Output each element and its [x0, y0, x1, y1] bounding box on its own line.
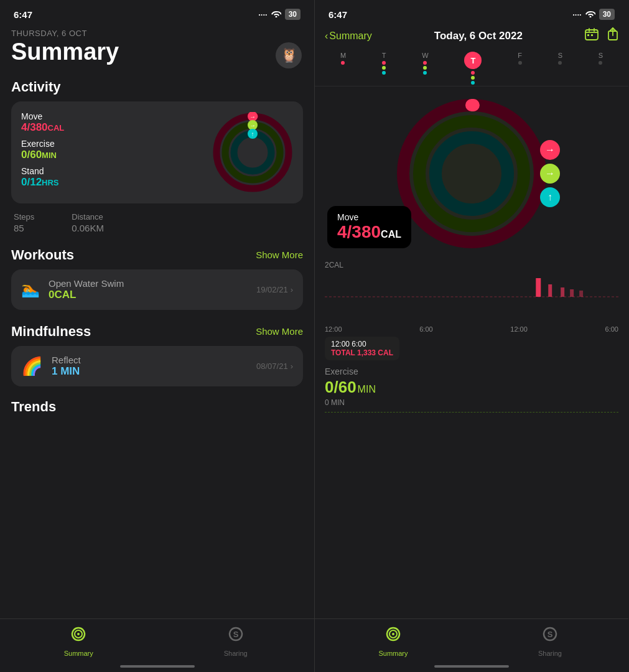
exercise-label: Exercise	[21, 139, 212, 149]
exercise-label-right: Exercise	[325, 366, 618, 376]
tab-sharing-label-right: Sharing	[538, 650, 562, 657]
workout-item[interactable]: 🏊 Open Water Swim 0CAL 19/02/21 ›	[11, 269, 303, 310]
week-day-sun[interactable]: S	[599, 52, 603, 85]
workouts-title: Workouts	[11, 247, 74, 263]
steps-block: Steps 85	[14, 212, 34, 233]
mindfulness-icon: 🌈	[21, 356, 43, 376]
tooltip-unit: CAL	[381, 229, 401, 240]
svg-text:↑: ↑	[251, 131, 254, 138]
steps-value: 85	[14, 223, 34, 233]
exercise-row: Exercise 0/60MIN	[21, 139, 212, 161]
page-title: Summary	[11, 39, 303, 65]
svg-text:S: S	[233, 630, 238, 639]
dot-ex-tue	[382, 66, 386, 70]
home-indicator-left	[120, 665, 195, 668]
trends-title: Trends	[11, 399, 56, 415]
summary-tab-icon	[70, 625, 87, 647]
totals-value: TOTAL 1,333 CAL	[331, 348, 393, 357]
svg-point-40	[392, 633, 394, 635]
calendar-icon[interactable]	[585, 28, 599, 44]
tab-summary-label-right: Summary	[378, 650, 408, 657]
move-tooltip: Move 4/380CAL	[327, 206, 411, 248]
nav-header: ‹ Summary Today, 6 Oct 2022	[315, 24, 628, 49]
back-label: Summary	[329, 30, 371, 42]
totals-time: 12:00 6:00	[331, 340, 393, 348]
tab-bar-left: Summary S Sharing	[0, 618, 314, 672]
tooltip-label: Move	[337, 212, 401, 222]
metrics-row: Steps 85 Distance 0.06KM	[11, 212, 303, 233]
mindfulness-date: 08/07/21 ›	[256, 362, 293, 371]
battery-right: 30	[599, 9, 615, 20]
tab-sharing-label-left: Sharing	[224, 650, 248, 657]
wifi-icon-right	[585, 10, 595, 19]
move-label: Move	[21, 111, 212, 121]
svg-rect-34	[548, 284, 552, 297]
chart-y-label: 2CAL	[325, 261, 618, 269]
status-bar-left: 6:47 ···· 30	[0, 0, 314, 24]
mindfulness-header: Mindfulness Show More	[11, 324, 303, 340]
signal-left: ····	[258, 10, 267, 19]
tab-summary-right[interactable]: Summary	[315, 625, 472, 657]
dot-stand-wed	[423, 71, 427, 75]
week-row: M T W T	[315, 49, 628, 86]
tab-sharing-left[interactable]: S Sharing	[157, 625, 315, 657]
left-panel: 6:47 ···· 30 THURSDAY, 6 OCT Summary 🦉 A…	[0, 0, 314, 672]
workout-icon: 🏊	[21, 281, 40, 298]
week-day-tue[interactable]: T	[382, 52, 386, 85]
distance-value: 0.06KM	[72, 223, 104, 233]
week-day-wed[interactable]: W	[422, 52, 428, 85]
steps-label: Steps	[14, 212, 34, 222]
svg-text:S: S	[547, 630, 553, 639]
share-icon[interactable]	[607, 27, 618, 44]
svg-rect-33	[536, 278, 541, 297]
time-left: 6:47	[14, 9, 32, 20]
workout-name: Open Water Swim	[49, 278, 124, 289]
exercise-value: 0/60MIN	[21, 149, 212, 161]
mindfulness-item[interactable]: 🌈 Reflect 1 MIN 08/07/21 ›	[11, 346, 303, 386]
dot-move-mon	[341, 61, 345, 65]
tab-sharing-right[interactable]: S Sharing	[472, 625, 628, 657]
svg-point-14	[77, 633, 80, 635]
workout-date: 19/02/21 ›	[256, 285, 293, 294]
totals-badge: 12:00 6:00 TOTAL 1,333 CAL	[325, 337, 399, 360]
week-day-sat[interactable]: S	[558, 52, 562, 85]
back-button[interactable]: ‹ Summary	[325, 30, 372, 42]
workouts-show-more[interactable]: Show More	[256, 250, 303, 260]
date-label: THURSDAY, 6 OCT	[11, 29, 303, 38]
today-circle: T	[464, 52, 482, 69]
chart-time-3: 12:00	[510, 325, 528, 333]
sharing-tab-icon-right: S	[541, 625, 559, 647]
home-indicator-right	[434, 665, 509, 668]
tooltip-value: 4/380	[337, 222, 381, 241]
stand-arrow: ↑	[540, 187, 560, 207]
week-day-thu[interactable]: T	[464, 52, 482, 85]
activity-section-header: Activity	[11, 79, 303, 95]
move-value: 4/380CAL	[21, 121, 212, 134]
exercise-dashed-line	[325, 412, 618, 413]
svg-rect-37	[579, 291, 583, 297]
tab-summary-left[interactable]: Summary	[0, 625, 157, 657]
wifi-icon-left	[271, 10, 281, 19]
battery-left: 30	[285, 9, 301, 20]
avatar[interactable]: 🦉	[276, 42, 302, 68]
workouts-header: Workouts Show More	[11, 247, 303, 263]
week-day-mon[interactable]: M	[340, 52, 346, 85]
dot-move-tue	[382, 61, 386, 65]
exercise-arrow: →	[540, 164, 560, 184]
svg-text:→: →	[249, 122, 256, 129]
move-arrow: →	[540, 140, 560, 160]
chart-time-1: 12:00	[325, 325, 342, 333]
distance-label: Distance	[72, 212, 104, 222]
signal-right: ····	[572, 10, 581, 19]
exercise-sublabel: 0 MIN	[325, 398, 618, 407]
week-day-fri[interactable]: F	[518, 52, 522, 85]
exercise-unit-right: MIN	[358, 384, 376, 394]
exercise-section: Exercise 0/60MIN 0 MIN	[315, 360, 628, 413]
mindfulness-show-more[interactable]: Show More	[256, 326, 303, 337]
workout-value: 0CAL	[49, 289, 124, 301]
activity-title: Activity	[11, 79, 60, 95]
activity-card[interactable]: Move 4/380CAL Exercise 0/60MIN Stand 0/1…	[11, 101, 303, 203]
distance-block: Distance 0.06KM	[72, 212, 104, 233]
stand-value: 0/12HRS	[21, 176, 212, 189]
right-panel: 6:47 ···· 30 ‹ Summary Today, 6 Oct 2022	[314, 0, 628, 672]
